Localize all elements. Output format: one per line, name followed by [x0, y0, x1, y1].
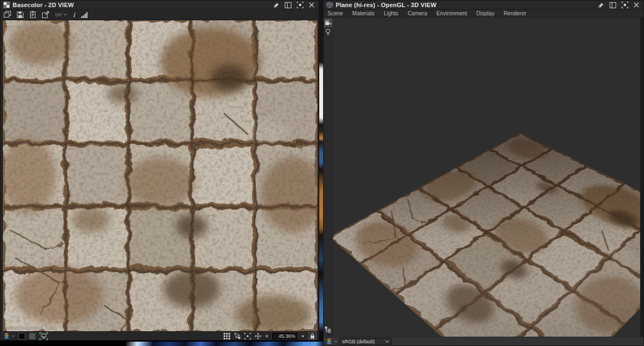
channels-dropdown[interactable]	[3, 333, 15, 339]
paste-button[interactable]	[30, 11, 36, 18]
maximize-icon[interactable]	[297, 2, 303, 8]
3d-view-menubar: Scene Materials Lights Camera Environmen…	[324, 10, 643, 18]
uv-fit-icon	[234, 332, 241, 339]
desktop-wallpaper	[126, 342, 323, 346]
chevron-down-icon	[63, 13, 67, 16]
maximize-icon[interactable]	[622, 2, 628, 8]
grid-icon	[224, 333, 230, 339]
frame-view-button[interactable]	[244, 333, 251, 339]
2d-view-statusbar: 45.36%	[1, 331, 319, 340]
channels-stack-icon	[3, 333, 10, 339]
frame-icon	[244, 333, 251, 339]
menu-lights[interactable]: Lights	[384, 10, 399, 16]
zoom-out-button[interactable]	[265, 335, 268, 338]
histogram-icon	[81, 11, 88, 18]
export-button[interactable]	[42, 11, 49, 18]
save-icon	[17, 11, 24, 18]
menu-scene[interactable]: Scene	[327, 10, 343, 16]
uv-fit-button[interactable]	[234, 332, 241, 339]
basecolor-texture	[3, 20, 318, 331]
lock-icon	[310, 333, 315, 339]
2d-texture-canvas[interactable]: 2048 x 2048 (RGBA, 16bit)	[2, 20, 318, 332]
uv-label: UV	[55, 12, 62, 18]
zoom-in-button[interactable]	[301, 335, 305, 338]
histogram-button[interactable]	[81, 11, 88, 18]
bottom-desktop-strip	[0, 341, 323, 346]
colorspace-value: sRGB (default)	[342, 338, 375, 345]
checker-logo-icon	[3, 2, 10, 8]
2d-view-titlebar: Basecolor - 2D VIEW	[1, 1, 319, 10]
panel-layout-icon[interactable]	[285, 2, 291, 8]
3d-side-toolbar	[324, 18, 333, 337]
light-tool-button[interactable]	[324, 28, 332, 36]
pan-button[interactable]	[255, 333, 261, 339]
grid-toggle-button[interactable]	[224, 333, 230, 339]
zoom-lock-button[interactable]	[308, 332, 317, 340]
plane-tint	[333, 133, 640, 337]
background-color-swatch[interactable]	[19, 333, 25, 339]
chevron-down-icon	[334, 341, 337, 343]
camera-icon	[325, 20, 331, 26]
2d-view-toolbar: UV i	[1, 10, 319, 19]
panel-right-edge	[640, 18, 643, 337]
outliner-button[interactable]	[325, 325, 331, 335]
monitor-icon	[39, 332, 48, 340]
info-icon: i	[73, 12, 75, 18]
pin-icon[interactable]	[598, 2, 604, 8]
checker-background-swatch[interactable]	[29, 333, 36, 339]
desktop-wallpaper-gap	[319, 0, 323, 346]
channels-dropdown[interactable]	[325, 338, 337, 345]
paste-icon	[30, 11, 36, 18]
cube-icon	[326, 2, 333, 8]
panel-title: Plane (hi-res) - OpenGL - 3D VIEW	[336, 2, 436, 8]
chevron-down-icon	[11, 335, 15, 337]
uv-dropdown[interactable]: UV	[55, 12, 67, 18]
colorspace-select[interactable]: sRGB (default)	[339, 338, 392, 345]
menu-display[interactable]: Display	[476, 10, 494, 16]
3d-plane-mesh	[333, 133, 640, 337]
3d-view-statusbar: sRGB (default)	[324, 337, 643, 345]
zoom-percent-field[interactable]: 45.36%	[272, 333, 297, 339]
zoom-out-dot	[265, 335, 268, 338]
menu-environment[interactable]: Environment	[436, 10, 467, 16]
3d-view-panel: Plane (hi-res) - OpenGL - 3D VIEW Scene …	[323, 0, 644, 346]
copy-button[interactable]	[4, 11, 11, 18]
2d-view-panel: Basecolor - 2D VIEW	[0, 0, 319, 341]
monitor-display-button[interactable]	[39, 332, 48, 340]
zoom-in-dot	[301, 335, 305, 338]
menu-renderer[interactable]: Renderer	[504, 10, 526, 16]
bulb-icon	[325, 28, 331, 36]
chevron-down-icon	[385, 340, 389, 343]
camera-tool-button[interactable]	[324, 19, 332, 27]
pan-icon	[255, 333, 261, 339]
channels-stack-icon	[325, 338, 333, 345]
menu-camera[interactable]: Camera	[408, 10, 428, 16]
resolution-label: 2048 x 2048 (RGBA, 16bit)	[4, 326, 57, 331]
panel-layout-icon[interactable]	[610, 2, 616, 8]
save-button[interactable]	[17, 11, 24, 18]
3d-viewport[interactable]	[333, 18, 640, 337]
outliner-icon	[325, 326, 331, 333]
info-button[interactable]: i	[73, 12, 75, 18]
close-icon[interactable]	[634, 2, 639, 8]
panel-title: Basecolor - 2D VIEW	[13, 2, 74, 8]
3d-view-body	[324, 18, 643, 337]
export-icon	[42, 11, 49, 18]
pin-icon[interactable]	[273, 2, 279, 8]
menu-materials[interactable]: Materials	[352, 10, 374, 16]
close-icon[interactable]	[309, 2, 314, 8]
copy-icon	[4, 11, 11, 18]
3d-view-titlebar: Plane (hi-res) - OpenGL - 3D VIEW	[324, 1, 643, 10]
